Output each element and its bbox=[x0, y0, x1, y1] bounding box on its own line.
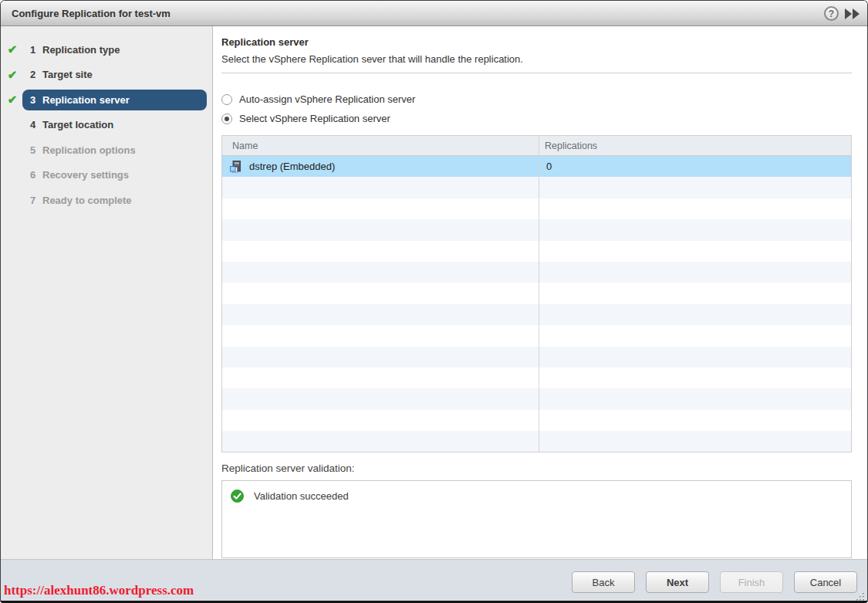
step-number: 7 bbox=[24, 195, 39, 206]
sidebar-step-replication-type[interactable]: ✔1Replication type bbox=[1, 37, 212, 63]
table-row-empty[interactable] bbox=[222, 347, 851, 368]
step-label: Target site bbox=[39, 69, 93, 80]
step-label: Replication options bbox=[39, 144, 136, 156]
back-button[interactable]: Back bbox=[572, 571, 635, 593]
resize-grip-icon[interactable] bbox=[855, 592, 865, 602]
step-number: 3 bbox=[24, 94, 39, 106]
sidebar-step-recovery-settings[interactable]: 6Recovery settings bbox=[1, 163, 212, 188]
replication-server-icon bbox=[229, 161, 241, 173]
cancel-button[interactable]: Cancel bbox=[794, 571, 857, 593]
next-button[interactable]: Next bbox=[646, 571, 709, 593]
sidebar-step-target-location[interactable]: 4Target location bbox=[1, 113, 212, 138]
title-bar: Configure Replication for test-vm ? bbox=[1, 1, 867, 26]
step-label: Replication server bbox=[39, 94, 130, 106]
radio-label: Select vSphere Replication server bbox=[239, 113, 390, 124]
radio-button[interactable] bbox=[221, 113, 232, 124]
table-row-empty[interactable] bbox=[222, 368, 851, 388]
table-row-empty[interactable] bbox=[222, 410, 851, 431]
table-row-empty[interactable] bbox=[222, 262, 851, 283]
footer-bar: https://alexhunt86.wordpress.com BackNex… bbox=[1, 559, 867, 603]
column-header-name[interactable]: Name bbox=[222, 141, 539, 151]
step-number: 2 bbox=[24, 69, 39, 80]
step-number: 4 bbox=[24, 119, 39, 130]
page-header: Replication server Select the vSphere Re… bbox=[221, 26, 852, 73]
radio-option-select-server[interactable]: Select vSphere Replication server bbox=[221, 109, 852, 128]
table-row-empty[interactable] bbox=[222, 304, 851, 325]
table-row-empty[interactable] bbox=[222, 283, 851, 303]
table-row-empty[interactable] bbox=[222, 198, 851, 219]
page-title: Replication server bbox=[221, 36, 852, 48]
table-row-dstrep[interactable]: dstrep (Embedded)0 bbox=[222, 156, 851, 177]
sidebar-step-ready-to-complete[interactable]: 7Ready to complete bbox=[1, 188, 212, 213]
step-number: 5 bbox=[24, 144, 39, 156]
step-label: Ready to complete bbox=[39, 195, 132, 206]
table-row-empty[interactable] bbox=[222, 325, 851, 346]
validation-status-text: Validation succeeded bbox=[254, 490, 349, 502]
dialog-title: Configure Replication for test-vm bbox=[1, 8, 171, 19]
sidebar-step-replication-options[interactable]: 5Replication options bbox=[1, 137, 212, 163]
step-label: Recovery settings bbox=[39, 169, 129, 181]
table-header: Name Replications bbox=[222, 136, 851, 156]
step-number: 1 bbox=[24, 44, 39, 56]
server-replications-count: 0 bbox=[539, 161, 552, 172]
validation-box: Validation succeeded bbox=[221, 480, 852, 558]
finish-button[interactable]: Finish bbox=[720, 571, 783, 593]
table-row-empty[interactable] bbox=[222, 431, 851, 452]
validation-result-row: Validation succeeded bbox=[231, 490, 851, 503]
table-row-empty[interactable] bbox=[222, 388, 851, 409]
radio-label: Auto-assign vSphere Replication server bbox=[239, 93, 415, 105]
watermark-link[interactable]: https://alexhunt86.wordpress.com bbox=[4, 583, 194, 598]
configure-replication-dialog: Configure Replication for test-vm ? ✔1Re… bbox=[0, 0, 868, 603]
sidebar-step-replication-server[interactable]: ✔3Replication server bbox=[1, 87, 212, 113]
step-number: 6 bbox=[24, 169, 39, 181]
table-row-empty[interactable] bbox=[222, 219, 851, 240]
column-divider bbox=[539, 136, 539, 452]
table-row-empty[interactable] bbox=[222, 177, 851, 198]
validation-label: Replication server validation: bbox=[221, 462, 852, 474]
server-name: dstrep (Embedded) bbox=[249, 161, 335, 172]
check-icon: ✔ bbox=[1, 42, 24, 56]
help-icon[interactable]: ? bbox=[824, 6, 839, 21]
sidebar-step-target-site[interactable]: ✔2Target site bbox=[1, 63, 212, 88]
radio-button[interactable] bbox=[221, 94, 232, 105]
table-row-empty[interactable] bbox=[222, 241, 851, 262]
check-icon: ✔ bbox=[1, 68, 24, 82]
page-subtitle: Select the vSphere Replication sever tha… bbox=[221, 53, 852, 65]
column-header-replications[interactable]: Replications bbox=[539, 141, 597, 151]
main-panel: Replication server Select the vSphere Re… bbox=[213, 26, 867, 559]
fast-forward-icon[interactable] bbox=[845, 8, 860, 19]
check-icon: ✔ bbox=[1, 93, 24, 107]
replication-server-table: Name Replications dstrep (Embedded)0 bbox=[221, 135, 852, 452]
wizard-steps-sidebar: ✔1Replication type✔2Target site✔3Replica… bbox=[1, 26, 213, 559]
step-label: Replication type bbox=[39, 44, 120, 56]
step-label: Target location bbox=[39, 119, 113, 130]
success-icon bbox=[231, 490, 244, 503]
radio-option-auto-assign[interactable]: Auto-assign vSphere Replication server bbox=[221, 90, 852, 109]
